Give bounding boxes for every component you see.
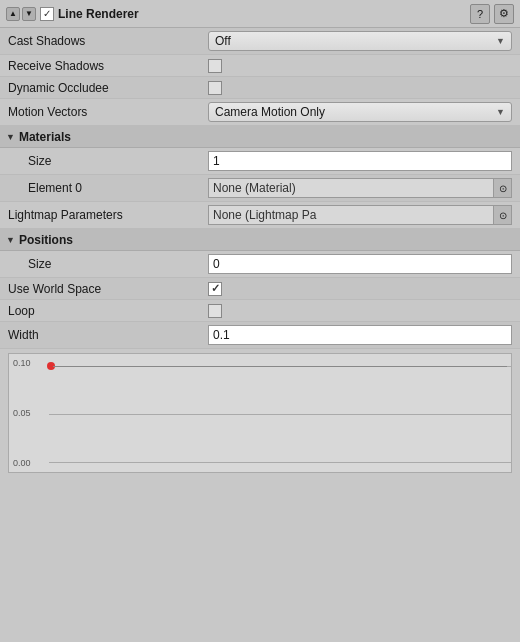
element0-field-text: None (Material) — [209, 181, 493, 195]
width-value: 0.1 — [208, 325, 512, 345]
motion-vectors-row: Motion Vectors Camera Motion Only ▼ — [0, 99, 520, 126]
arrow-up-btn[interactable]: ▲ — [6, 7, 20, 21]
graph-gridline-mid — [49, 414, 511, 415]
cast-shadows-dropdown[interactable]: Off ▼ — [208, 31, 512, 51]
collapse-arrows[interactable]: ▲ ▼ — [6, 7, 36, 21]
checkmark-icon: ✓ — [43, 8, 51, 19]
width-label: Width — [8, 328, 208, 342]
graph-labels: 0.10 0.05 0.00 — [13, 354, 31, 472]
positions-size-text: 0 — [213, 257, 220, 271]
motion-vectors-label: Motion Vectors — [8, 105, 208, 119]
positions-size-field[interactable]: 0 — [208, 254, 512, 274]
receive-shadows-label: Receive Shadows — [8, 59, 208, 73]
lightmap-value: None (Lightmap Pa ⊙ — [208, 205, 512, 225]
arrow-down-btn[interactable]: ▼ — [22, 7, 36, 21]
use-world-space-label: Use World Space — [8, 282, 208, 296]
lightmap-row: Lightmap Parameters None (Lightmap Pa ⊙ — [0, 202, 520, 229]
materials-size-row: Size 1 — [0, 148, 520, 175]
loop-value — [208, 304, 512, 318]
help-button[interactable]: ? — [470, 4, 490, 24]
element0-row: Element 0 None (Material) ⊙ — [0, 175, 520, 202]
settings-button[interactable]: ⚙ — [494, 4, 514, 24]
materials-size-value: 1 — [208, 151, 512, 171]
world-space-checkmark-icon: ✓ — [211, 282, 220, 295]
materials-section-title: Materials — [19, 130, 71, 144]
width-text: 0.1 — [213, 328, 230, 342]
element0-field[interactable]: None (Material) ⊙ — [208, 178, 512, 198]
motion-vectors-dropdown-arrow: ▼ — [496, 107, 505, 117]
materials-section-header[interactable]: ▼ Materials — [0, 126, 520, 148]
element0-label: Element 0 — [8, 181, 208, 195]
dynamic-occludee-value — [208, 81, 512, 95]
positions-size-value: 0 — [208, 254, 512, 274]
lightmap-picker-icon[interactable]: ⊙ — [493, 206, 511, 224]
use-world-space-value: ✓ — [208, 282, 512, 296]
materials-triangle-icon: ▼ — [6, 132, 15, 142]
dynamic-occludee-label: Dynamic Occludee — [8, 81, 208, 95]
graph-gridline-bot — [49, 462, 511, 463]
graph-curve-line — [53, 366, 507, 367]
graph-label-bot: 0.00 — [13, 458, 31, 468]
element0-value: None (Material) ⊙ — [208, 178, 512, 198]
receive-shadows-row: Receive Shadows — [0, 55, 520, 77]
cast-shadows-value: Off ▼ — [208, 31, 512, 51]
positions-section-header[interactable]: ▼ Positions — [0, 229, 520, 251]
receive-shadows-checkbox[interactable] — [208, 59, 222, 73]
width-row: Width 0.1 — [0, 322, 520, 349]
loop-label: Loop — [8, 304, 208, 318]
cast-shadows-dropdown-arrow: ▼ — [496, 36, 505, 46]
cast-shadows-dropdown-text: Off — [215, 34, 231, 48]
motion-vectors-value: Camera Motion Only ▼ — [208, 102, 512, 122]
loop-checkbox[interactable] — [208, 304, 222, 318]
lightmap-label: Lightmap Parameters — [8, 208, 208, 222]
cast-shadows-row: Cast Shadows Off ▼ — [0, 28, 520, 55]
element0-picker-icon[interactable]: ⊙ — [493, 179, 511, 197]
width-curve-graph[interactable]: 0.10 0.05 0.00 — [8, 353, 512, 473]
use-world-space-row: Use World Space ✓ — [0, 278, 520, 300]
positions-size-label: Size — [8, 257, 208, 271]
lightmap-field-text: None (Lightmap Pa — [209, 208, 493, 222]
width-field[interactable]: 0.1 — [208, 325, 512, 345]
positions-section-title: Positions — [19, 233, 73, 247]
lightmap-field[interactable]: None (Lightmap Pa ⊙ — [208, 205, 512, 225]
use-world-space-checkbox[interactable]: ✓ — [208, 282, 222, 296]
header-icons: ? ⚙ — [470, 4, 514, 24]
graph-label-top: 0.10 — [13, 358, 31, 368]
dynamic-occludee-row: Dynamic Occludee — [0, 77, 520, 99]
dynamic-occludee-checkbox[interactable] — [208, 81, 222, 95]
graph-label-mid: 0.05 — [13, 408, 31, 418]
positions-triangle-icon: ▼ — [6, 235, 15, 245]
line-renderer-panel: ▲ ▼ ✓ Line Renderer ? ⚙ Cast Shadows Off… — [0, 0, 520, 642]
motion-vectors-dropdown[interactable]: Camera Motion Only ▼ — [208, 102, 512, 122]
receive-shadows-value — [208, 59, 512, 73]
materials-size-text: 1 — [213, 154, 220, 168]
cast-shadows-label: Cast Shadows — [8, 34, 208, 48]
motion-vectors-dropdown-text: Camera Motion Only — [215, 105, 325, 119]
component-title: Line Renderer — [58, 7, 470, 21]
component-enabled-checkbox[interactable]: ✓ — [40, 7, 54, 21]
header-row: ▲ ▼ ✓ Line Renderer ? ⚙ — [0, 0, 520, 28]
materials-size-label: Size — [8, 154, 208, 168]
materials-size-field[interactable]: 1 — [208, 151, 512, 171]
positions-size-row: Size 0 — [0, 251, 520, 278]
loop-row: Loop — [0, 300, 520, 322]
